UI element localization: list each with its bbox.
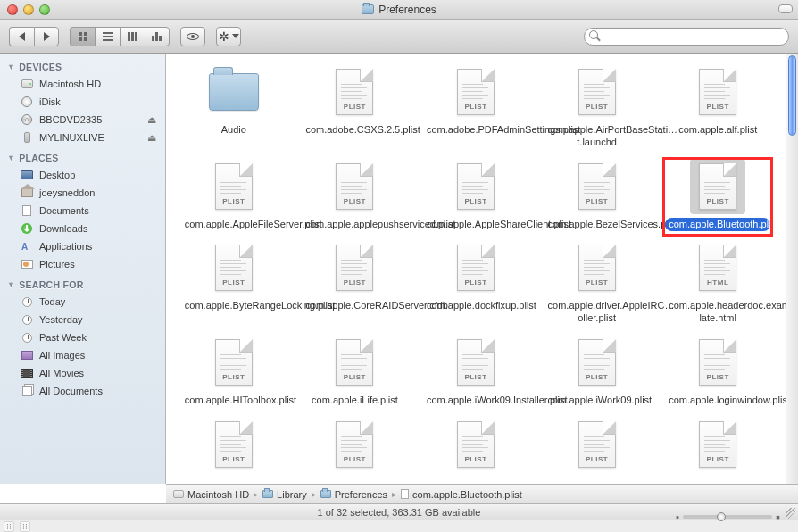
eject-icon[interactable]: ⏏ [147,114,156,126]
file-item[interactable]: PLISTcom.apple.AppleFileServer.plist [177,157,291,234]
file-label: com.apple.dockfixup.plist [423,299,528,313]
sidebar: ▼DEVICESMacintosh HDiDiskBBCDVD2335⏏MYLI… [0,54,166,484]
sidebar-item[interactable]: Applications [0,237,165,255]
document-icon: PLIST [699,421,736,468]
path-segment[interactable]: Macintosh HD [173,489,249,500]
sidebar-item[interactable]: joeysneddon [0,184,165,202]
file-item[interactable]: PLIST [540,415,654,479]
zoom-knob[interactable] [717,512,726,521]
file-label: com.apple.loginwindow.plist [665,394,770,408]
file-type-tag: PLIST [337,197,372,205]
file-item[interactable]: PLIST [177,415,291,479]
column-view-button[interactable] [120,27,145,46]
file-item[interactable]: PLISTcom.apple.ByteRangeLocking.plist [177,238,291,328]
file-item[interactable]: PLISTcom.apple.AirPortBaseStati…t.launch… [540,62,654,152]
document-icon: PLIST [336,339,373,386]
list-view-button[interactable] [95,27,120,46]
file-item[interactable]: PLIST [661,415,775,479]
sidebar-section-head[interactable]: ▼PLACES [0,150,165,166]
icon-view-button[interactable] [70,27,95,46]
sidebar-item[interactable]: All Images [0,346,165,364]
zoom-track[interactable] [683,515,772,519]
disclosure-triangle-icon: ▼ [7,280,15,289]
toolbar-pill-button[interactable] [778,4,793,13]
close-icon[interactable] [7,4,18,15]
list-icon [103,32,113,41]
file-item[interactable]: PLIST [419,415,533,479]
desktop-icon [20,169,34,181]
zoom-icon[interactable] [39,4,50,15]
sidebar-item[interactable]: Pictures [0,255,165,273]
sidebar-item-label: Pictures [39,259,75,270]
file-item[interactable]: PLISTcom.apple.iLife.plist [298,333,412,410]
file-item[interactable]: HTMLcom.apple.headerdoc.exam…late.html [661,238,775,328]
chevron-right-icon: ▸ [392,489,396,499]
sidebar-item[interactable]: Desktop [0,166,165,184]
zoom-slider[interactable]: ▪ ▪ [676,509,780,525]
sidebar-item[interactable]: Yesterday [0,311,165,328]
file-item[interactable]: PLISTcom.apple.driver.AppleIRC…oller.pli… [540,238,654,328]
file-item[interactable]: PLISTcom.apple.dockfixup.plist [419,238,533,328]
file-item[interactable]: PLISTcom.apple.applepushserviced.plist [298,157,412,234]
sidebar-item-label: Applications [39,241,92,252]
file-item[interactable]: PLISTcom.apple.iWork09.plist [540,333,654,410]
file-item[interactable]: PLISTcom.adobe.PDFAdminSettings.plist [419,62,533,152]
quicklook-button[interactable] [180,27,205,46]
file-label [230,476,237,478]
eye-icon [187,33,199,40]
sidebar-item[interactable]: MYLINUXLIVE⏏ [0,129,165,146]
bottom-tab: ⁝⁝ [4,521,14,532]
file-type-tag: PLIST [579,373,615,381]
file-item[interactable]: PLISTcom.apple.Bluetooth.plist [661,157,775,234]
vertical-scrollbar[interactable] [786,54,798,484]
img-icon [20,349,34,362]
folder-icon [362,4,374,14]
file-item[interactable]: PLISTcom.adobe.CSXS.2.5.plist [298,62,412,152]
file-item[interactable]: PLISTcom.apple.AppleShareClient.plist [419,157,533,234]
zoom-large-icon: ▪ [776,509,780,525]
sidebar-item[interactable]: Today [0,293,165,311]
sidebar-section-head[interactable]: ▼DEVICES [0,59,165,75]
file-item[interactable]: PLISTcom.apple.loginwindow.plist [661,333,775,410]
nav-buttons [9,27,59,46]
file-label [472,476,479,478]
path-segment[interactable]: Library [262,489,307,500]
file-icon-box: PLIST [206,335,262,390]
coverflow-icon [152,32,162,41]
scroll-thumb[interactable] [788,55,796,136]
folder-item[interactable]: Audio [177,62,291,152]
search-input[interactable] [584,28,789,46]
path-segment[interactable]: com.apple.Bluetooth.plist [401,489,522,500]
file-item[interactable]: PLISTcom.apple.CoreRAIDServer.cfdb [298,238,412,328]
resize-handle[interactable] [786,508,796,519]
file-scroll[interactable]: AudioPLISTcom.adobe.CSXS.2.5.plistPLISTc… [166,54,786,484]
sidebar-item[interactable]: Downloads [0,220,165,237]
sidebar-item[interactable]: BBCDVD2335⏏ [0,111,165,129]
coverflow-view-button[interactable] [145,27,170,46]
sidebar-item[interactable]: Documents [0,202,165,220]
action-menu-button[interactable]: ✲ [216,27,241,46]
file-item[interactable]: PLISTcom.apple.alf.plist [661,62,775,152]
sidebar-item[interactable]: Past Week [0,328,165,346]
chevron-right-icon: ▸ [312,489,316,499]
sidebar-item-label: All Documents [39,386,103,396]
path-bar: Macintosh HD▸Library▸Preferences▸com.app… [166,484,798,503]
forward-button[interactable] [34,27,59,46]
file-label [351,476,358,478]
docs-icon [20,204,34,217]
sidebar-item[interactable]: Macintosh HD [0,75,165,93]
file-item[interactable]: PLISTcom.apple.HIToolbox.plist [177,333,291,410]
sidebar-item[interactable]: All Movies [0,364,165,382]
sidebar-item[interactable]: iDisk [0,93,165,111]
sidebar-item[interactable]: All Documents [0,382,165,400]
minimize-icon[interactable] [23,4,34,15]
path-segment[interactable]: Preferences [320,489,387,500]
back-button[interactable] [9,27,34,46]
sidebar-section-head[interactable]: ▼SEARCH FOR [0,277,165,293]
file-icon-box: PLIST [569,417,625,472]
eject-icon[interactable]: ⏏ [147,132,156,144]
file-item[interactable]: PLISTcom.apple.BezelServices.plist [540,157,654,234]
file-icon-box [206,64,262,120]
file-item[interactable]: PLISTcom.apple.iWork09.Installer.plist [419,333,533,410]
file-item[interactable]: PLIST [298,415,412,479]
